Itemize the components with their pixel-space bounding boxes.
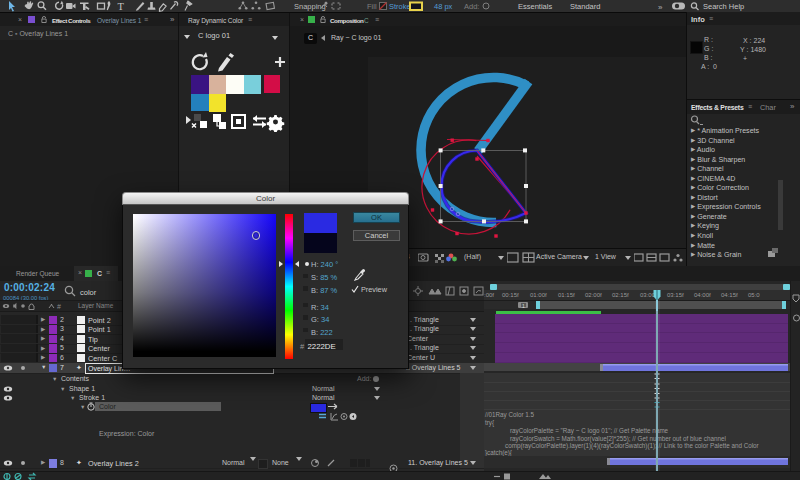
svg-text:Fill: Fill xyxy=(367,2,377,11)
svg-text:Essentials: Essentials xyxy=(518,2,552,11)
svg-text:1: 1 xyxy=(522,303,525,309)
svg-text:Search Help: Search Help xyxy=(703,2,744,11)
svg-text:Snapping: Snapping xyxy=(294,2,326,11)
svg-text:Standard: Standard xyxy=(570,2,600,11)
svg-text:48 px: 48 px xyxy=(434,2,453,11)
svg-text:Stroke: Stroke xyxy=(389,2,411,11)
svg-text:T: T xyxy=(118,1,125,12)
svg-text:#: # xyxy=(57,303,61,310)
svg-text:»: » xyxy=(658,3,663,12)
svg-text:Add:: Add: xyxy=(464,2,479,11)
